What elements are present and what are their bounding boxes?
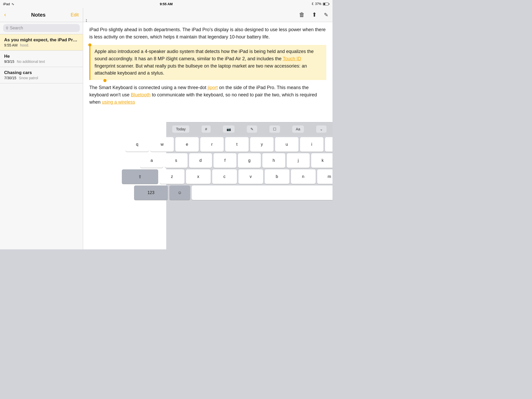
note-meta-2: 7/30/15 Snow patrol	[4, 76, 79, 80]
kb-tool-today[interactable]: Today	[172, 125, 189, 133]
keyboard-toolbar: Today # 📷 ✎ ☐ Aa ⌄	[166, 122, 332, 136]
note-title-0: As you might expect, the iPad Pro...	[4, 37, 79, 43]
device-label: iPad	[3, 2, 10, 6]
key-x[interactable]: x	[186, 169, 211, 184]
key-q[interactable]: q	[125, 137, 149, 152]
keyboard-area: Today # 📷 ✎ ☐ Aa ⌄ q w e r t y u	[166, 122, 332, 249]
key-space[interactable]	[192, 185, 332, 200]
note-title-2: Chasing cars	[4, 70, 79, 75]
selection-handle-top	[88, 43, 91, 46]
kb-tool-down[interactable]: ⌄	[316, 125, 327, 133]
bluetooth-link[interactable]: Bluetooth	[131, 92, 151, 97]
compose-icon[interactable]: ✎	[324, 12, 328, 18]
key-u[interactable]: u	[275, 137, 298, 152]
keyboard-rows: q w e r t y u i o p a s d f g	[166, 136, 332, 201]
status-time: 9:55 AM	[160, 2, 172, 6]
note-title-1: He	[4, 54, 79, 59]
status-right: ℇ 37%	[312, 2, 329, 6]
note-toolbar: ↕ 🗑 ⬆ ✎	[83, 8, 332, 22]
key-s[interactable]: s	[165, 153, 188, 168]
search-placeholder-text: Search	[10, 26, 23, 30]
key-i[interactable]: i	[300, 137, 323, 152]
key-g[interactable]: g	[238, 153, 261, 168]
jiport-link[interactable]: jiport	[208, 85, 218, 90]
note-paragraph-2: The Smart Keyboard is connected using a …	[89, 84, 326, 106]
key-r[interactable]: r	[200, 137, 224, 152]
key-m[interactable]: m	[317, 169, 333, 184]
status-bar: iPad ∿ 9:55 AM ℇ 37%	[0, 0, 332, 8]
search-container: ⚲ Search	[0, 22, 83, 34]
key-shift[interactable]: ⇧	[122, 169, 158, 184]
wifi-icon: ∿	[11, 2, 14, 6]
highlight-text-2: fingerprint scanner. But what really put…	[95, 63, 307, 76]
search-icon: ⚲	[6, 26, 8, 30]
back-button[interactable]: ‹	[4, 11, 6, 18]
note-meta-0: 9:55 AM hood.	[4, 43, 79, 47]
note-item-2[interactable]: Chasing cars 7/30/15 Snow patrol	[0, 67, 83, 83]
key-j[interactable]: j	[287, 153, 310, 168]
highlight-text-1: Apple also introduced a 4-speaker audio …	[95, 49, 314, 61]
notes-list: As you might expect, the iPad Pro... 9:5…	[0, 34, 83, 249]
kb-tool-checklist[interactable]: ☐	[269, 125, 280, 133]
kb-tool-hashtag[interactable]: #	[202, 125, 211, 133]
keyboard-row-1: q w e r t y u i o p	[167, 137, 331, 152]
touch-id-link[interactable]: Touch ID	[283, 56, 301, 61]
selection-handle-bottom	[103, 79, 107, 82]
key-b[interactable]: b	[265, 169, 289, 184]
highlight-block: Apple also introduced a 4-speaker audio …	[89, 45, 326, 80]
key-d[interactable]: d	[189, 153, 212, 168]
battery-percentage: 37%	[315, 2, 321, 6]
battery-icon	[323, 3, 329, 5]
key-n[interactable]: n	[291, 169, 316, 184]
sidebar-title: Notes	[31, 12, 46, 18]
kb-tool-photo[interactable]: 📷	[223, 125, 235, 133]
app-container: ‹ Notes Edit ⚲ Search As you might expec…	[0, 8, 332, 249]
key-numbers[interactable]: 123	[134, 185, 168, 200]
keyboard-row-2: a s d f g h j k l	[167, 153, 331, 168]
status-left: iPad ∿	[3, 2, 14, 6]
note-paragraph-1: iPad Pro slightly ahead in both departme…	[89, 26, 326, 41]
note-item-0[interactable]: As you might expect, the iPad Pro... 9:5…	[0, 34, 83, 51]
key-o[interactable]: o	[325, 137, 332, 152]
key-f[interactable]: f	[214, 153, 236, 168]
keyboard-row-4: 123 ☺ return	[167, 185, 331, 200]
sidebar-header: ‹ Notes Edit	[0, 8, 83, 22]
share-icon[interactable]: ⬆	[312, 11, 317, 18]
key-t[interactable]: t	[225, 137, 249, 152]
note-meta-1: 9/3/15 No additional text	[4, 59, 79, 64]
key-y[interactable]: y	[250, 137, 274, 152]
delete-icon[interactable]: 🗑	[299, 11, 305, 18]
kb-tool-format[interactable]: Aa	[292, 125, 304, 133]
key-e[interactable]: e	[175, 137, 199, 152]
note-content: ↕ 🗑 ⬆ ✎ iPad Pro slightly ahead in both …	[83, 8, 332, 249]
sidebar: ‹ Notes Edit ⚲ Search As you might expec…	[0, 8, 83, 249]
note-item-1[interactable]: He 9/3/15 No additional text	[0, 51, 83, 67]
key-k[interactable]: k	[311, 153, 332, 168]
key-z[interactable]: z	[160, 169, 184, 184]
kb-tool-sketch[interactable]: ✎	[247, 125, 257, 133]
key-emoji[interactable]: ☺	[169, 185, 190, 200]
wireless-link[interactable]: using a wireless	[102, 99, 135, 105]
keyboard-row-3: ⇧ z x c v b n m ⌫	[167, 169, 331, 184]
edit-button[interactable]: Edit	[71, 12, 79, 18]
key-w[interactable]: w	[150, 137, 174, 152]
key-a[interactable]: a	[140, 153, 163, 168]
key-v[interactable]: v	[238, 169, 263, 184]
key-h[interactable]: h	[262, 153, 285, 168]
key-c[interactable]: c	[212, 169, 237, 184]
search-bar[interactable]: ⚲ Search	[3, 24, 80, 32]
expand-arrows-icon[interactable]: ↕	[85, 18, 88, 23]
bluetooth-icon: ℇ	[312, 2, 314, 6]
